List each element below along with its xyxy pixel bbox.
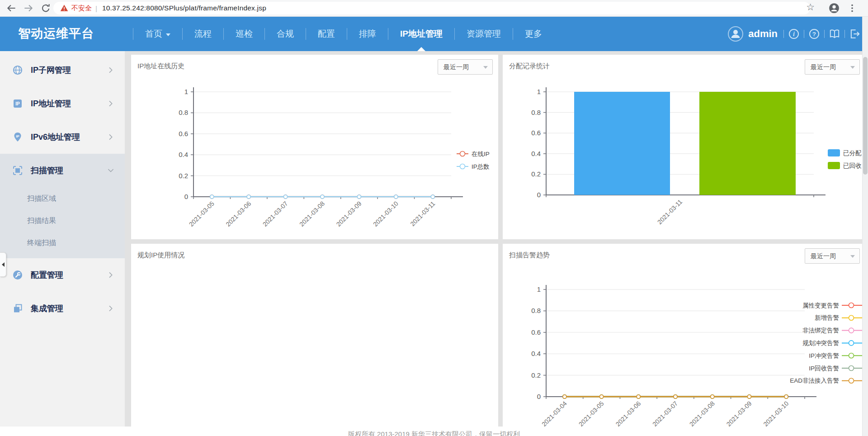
svg-text:1: 1 xyxy=(184,88,188,95)
browser-toolbar: 不安全 | 10.37.25.242:8080/SPlus/plat/frame… xyxy=(0,0,868,17)
svg-text:2021-03-08: 2021-03-08 xyxy=(298,200,326,228)
chevron-right-icon xyxy=(107,271,115,279)
sidebar-subitem-3-0[interactable]: 扫描区域 xyxy=(0,187,125,209)
chevron-right-icon xyxy=(107,66,115,74)
nav-item-8[interactable]: 更多 xyxy=(513,16,554,51)
legend-item-已回收[interactable]: 已回收 xyxy=(828,162,862,169)
nav-item-label: 流程 xyxy=(194,28,212,40)
grid-lines xyxy=(546,289,805,375)
svg-text:2021-03-07: 2021-03-07 xyxy=(261,200,289,228)
sidebar-item-2[interactable]: IPIPv6地址管理 xyxy=(0,120,125,154)
divider xyxy=(804,30,804,38)
back-icon[interactable] xyxy=(5,2,17,14)
nav-item-label: 排障 xyxy=(359,28,376,40)
nav-item-4[interactable]: 配置 xyxy=(306,16,347,51)
legend-item-属性变更告警[interactable]: 属性变更告警 xyxy=(802,302,862,309)
bookmark-star-icon[interactable]: ☆ xyxy=(806,2,815,13)
profile-icon[interactable] xyxy=(828,2,840,14)
series-EAD非法接入告警 xyxy=(563,395,788,398)
svg-text:?: ? xyxy=(812,30,816,37)
sidebar-item-3[interactable]: 扫描管理 xyxy=(0,154,125,187)
app-header: 智动运维平台 首页流程巡检合规配置排障IP地址管理资源管理更多 admin i … xyxy=(0,16,868,51)
username[interactable]: admin xyxy=(748,28,778,40)
time-range-select[interactable]: 最近一周 xyxy=(805,248,860,264)
legend-item-非法绑定告警[interactable]: 非法绑定告警 xyxy=(802,327,862,334)
svg-text:IP: IP xyxy=(16,134,19,138)
nav-item-6[interactable]: IP地址管理 xyxy=(388,16,454,51)
svg-text:0.6: 0.6 xyxy=(531,129,541,137)
legend-item-EAD非法接入告警[interactable]: EAD非法接入告警 xyxy=(790,377,862,384)
bar-chart-svg: 00.20.40.60.812021-03-11已分配已回收 xyxy=(503,55,862,239)
svg-text:2021-03-06: 2021-03-06 xyxy=(224,200,252,228)
chevron-right-icon xyxy=(107,100,115,108)
address-bar[interactable]: 不安全 | 10.37.25.242:8080/SPlus/plat/frame… xyxy=(53,2,810,14)
svg-text:2021-03-05: 2021-03-05 xyxy=(188,200,216,228)
svg-text:2021-03-08: 2021-03-08 xyxy=(688,400,716,427)
svg-text:0.6: 0.6 xyxy=(179,130,188,137)
sidebar-item-5[interactable]: 集成管理 xyxy=(0,292,125,325)
svg-text:2021-03-10: 2021-03-10 xyxy=(372,200,400,228)
sidebar-collapse-handle[interactable] xyxy=(0,252,6,277)
legend-item-IP总数[interactable]: IP总数 xyxy=(457,163,490,170)
svg-text:2021-03-09: 2021-03-09 xyxy=(335,200,363,228)
url-text[interactable]: 10.37.25.242:8080/SPlus/plat/frame/frame… xyxy=(102,4,266,12)
axes: 00.20.40.60.81 xyxy=(531,285,816,400)
user-avatar-icon[interactable] xyxy=(727,26,744,42)
svg-text:新增告警: 新增告警 xyxy=(815,314,839,321)
chevron-down-icon xyxy=(107,166,115,175)
kebab-menu-icon[interactable] xyxy=(846,2,858,14)
svg-text:0.4: 0.4 xyxy=(179,151,188,158)
refresh-icon[interactable] xyxy=(40,2,52,14)
scrollbar-thumb[interactable] xyxy=(863,57,868,175)
x-axis-labels: 2021-03-11 xyxy=(656,198,684,226)
logout-icon[interactable] xyxy=(849,28,861,40)
nav-item-3[interactable]: 合规 xyxy=(265,16,306,51)
svg-text:2021-03-11: 2021-03-11 xyxy=(409,200,436,227)
svg-text:0: 0 xyxy=(537,393,541,400)
sidebar-item-0[interactable]: IP子网管理 xyxy=(0,53,125,87)
legend-item-规划冲突告警[interactable]: 规划冲突告警 xyxy=(802,340,862,346)
nav-item-0[interactable]: 首页 xyxy=(133,16,182,51)
user-area: admin i ? xyxy=(727,16,861,51)
sidebar-group-3: 扫描管理扫描区域扫描结果终端扫描 xyxy=(0,154,125,258)
time-range-select[interactable]: 最近一周 xyxy=(805,59,860,75)
chevron-down-icon xyxy=(850,66,855,69)
legend-item-在线IP[interactable]: 在线IP xyxy=(457,151,490,157)
help-icon[interactable]: ? xyxy=(808,28,820,40)
legend-item-已分配[interactable]: 已分配 xyxy=(828,149,862,156)
page-scrollbar[interactable] xyxy=(862,16,868,436)
legend-item-新增告警[interactable]: 新增告警 xyxy=(815,314,862,321)
legend-item-IP冲突告警[interactable]: IP冲突告警 xyxy=(809,352,862,359)
ip-badge-icon: IP xyxy=(12,98,23,109)
info-icon[interactable]: i xyxy=(788,28,800,40)
svg-text:2021-03-07: 2021-03-07 xyxy=(651,400,679,427)
sidebar-item-label: 扫描管理 xyxy=(31,165,107,176)
svg-text:IP: IP xyxy=(15,101,20,106)
time-range-select[interactable]: 最近一周 xyxy=(438,59,493,75)
svg-text:2021-03-05: 2021-03-05 xyxy=(577,400,605,427)
sidebar-item-4[interactable]: 配置管理 xyxy=(0,258,125,292)
forward-icon[interactable] xyxy=(23,2,34,14)
svg-text:IP回收告警: IP回收告警 xyxy=(809,365,839,372)
legend: 属性变更告警新增告警非法绑定告警规划冲突告警IP冲突告警IP回收告警EAD非法接… xyxy=(790,302,862,384)
svg-text:规划冲突告警: 规划冲突告警 xyxy=(802,340,839,346)
legend-item-IP回收告警[interactable]: IP回收告警 xyxy=(809,365,862,372)
svg-text:IP冲突告警: IP冲突告警 xyxy=(809,352,839,359)
svg-text:0: 0 xyxy=(537,191,541,199)
series-已回收 xyxy=(699,92,796,195)
svg-text:2021-03-11: 2021-03-11 xyxy=(656,198,684,226)
nav-item-1[interactable]: 流程 xyxy=(183,16,223,51)
chevron-down-icon xyxy=(166,33,170,36)
svg-text:0.4: 0.4 xyxy=(531,150,541,157)
guide-book-icon[interactable] xyxy=(829,28,840,40)
svg-text:1: 1 xyxy=(537,285,541,293)
sidebar-subitem-3-2[interactable]: 终端扫描 xyxy=(0,232,125,254)
chevron-down-icon xyxy=(483,66,488,69)
sidebar-item-1[interactable]: IPIP地址管理 xyxy=(0,87,125,120)
security-warning[interactable]: 不安全 xyxy=(71,4,92,13)
nav-item-2[interactable]: 巡检 xyxy=(224,16,264,51)
nav-item-7[interactable]: 资源管理 xyxy=(455,16,513,51)
nav-item-5[interactable]: 排障 xyxy=(347,16,388,51)
sidebar-subitem-3-1[interactable]: 扫描结果 xyxy=(0,209,125,232)
time-range-value: 最近一周 xyxy=(443,63,469,71)
